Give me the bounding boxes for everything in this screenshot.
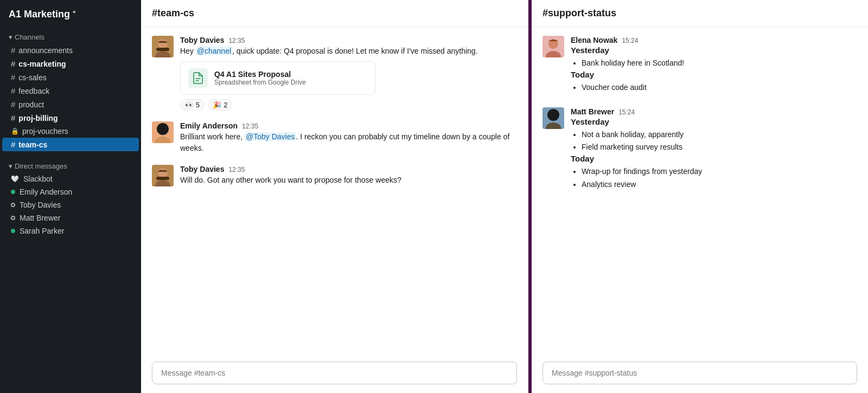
channel-name: cs-marketing (18, 60, 66, 68)
message-group: Emily Anderson12:35Brilliant work here, … (152, 121, 517, 154)
support-message-time: 15:24 (618, 108, 635, 116)
status-offline (11, 203, 15, 207)
lock-icon: 🔒 (11, 127, 19, 135)
status-list-item: Not a bank holiday, apparently (582, 128, 857, 141)
sidebar-item-proj-billing[interactable]: #proj-billing (2, 111, 139, 125)
attachment-subtitle: Spreadsheet from Google Drive (214, 79, 306, 86)
status-online (11, 229, 15, 233)
svg-point-18 (547, 109, 559, 121)
message-text: Will do. Got any other work you want to … (180, 175, 517, 186)
sidebar-item-cs-sales[interactable]: #cs-sales (2, 70, 139, 84)
mention: @Toby Davies (245, 132, 296, 141)
status-section-label: Yesterday (571, 117, 857, 126)
svg-point-9 (158, 168, 168, 178)
sidebar-item-cs-marketing[interactable]: #cs-marketing (2, 57, 139, 70)
sidebar-item-team-cs[interactable]: #team-cs (2, 138, 139, 151)
svg-rect-3 (156, 48, 169, 51)
channel-name: proj-billing (18, 114, 58, 123)
channel-name: product (18, 100, 44, 109)
main-content: #team-cs Toby Davies12:35Hey @channel, q… (141, 0, 868, 393)
sidebar-item-proj-vouchers[interactable]: 🔒proj-vouchers (2, 125, 139, 138)
dm-item-sarah-parker[interactable]: Sarah Parker (2, 224, 139, 237)
dm-name: Matt Brewer (20, 214, 60, 222)
channels-label: Channels (15, 33, 44, 41)
team-cs-header: #team-cs (141, 0, 528, 27)
status-list: Bank holiday here in Scotland! (571, 57, 857, 70)
file-attachment[interactable]: Q4 A1 Sites Proposal Spreadsheet from Go… (180, 61, 375, 95)
svg-point-1 (158, 39, 168, 49)
support-message-body: Matt Brewer15:24YesterdayNot a bank holi… (571, 107, 857, 191)
hash-icon: # (11, 100, 15, 109)
attachment-info: Q4 A1 Sites Proposal Spreadsheet from Go… (214, 70, 306, 86)
team-cs-input-area (141, 355, 528, 393)
reaction-button[interactable]: 👀5 (180, 99, 205, 111)
channels-list: #announcements#cs-marketing#cs-sales#fee… (0, 43, 141, 151)
message-text: Brilliant work here, @Toby Davies. I rec… (180, 131, 517, 154)
hash-icon: # (11, 86, 15, 95)
dm-name: Sarah Parker (20, 227, 64, 235)
workspace-label: A1 Marketing (9, 9, 70, 20)
channel-name: team-cs (18, 140, 47, 149)
dm-name: Slackbot (23, 175, 53, 183)
status-list: Voucher code audit (571, 81, 857, 94)
team-cs-messages: Toby Davies12:35Hey @channel, quick upda… (141, 27, 528, 355)
channel-name: feedback (18, 87, 49, 95)
dm-arrow: ▾ (9, 162, 12, 170)
reaction-button[interactable]: 🎉2 (208, 99, 232, 111)
status-section-label: Today (571, 154, 857, 163)
message-time: 12:35 (242, 123, 258, 130)
channels-arrow: ▾ (9, 33, 12, 41)
avatar (152, 121, 174, 143)
workspace-name[interactable]: A1 Marketing ˅ (0, 0, 141, 27)
avatar (542, 36, 564, 57)
sidebar-item-product[interactable]: #product (2, 98, 139, 111)
support-message-time: 15:24 (622, 37, 638, 44)
support-status-messages: Elena Nowak15:24YesterdayBank holiday he… (532, 27, 868, 355)
dm-item-emily-anderson[interactable]: Emily Anderson (2, 185, 139, 198)
svg-point-7 (157, 123, 169, 135)
message-group: Toby Davies12:35Hey @channel, quick upda… (152, 36, 517, 111)
dm-item-matt-brewer[interactable]: Matt Brewer (2, 211, 139, 224)
message-body: Emily Anderson12:35Brilliant work here, … (180, 121, 517, 154)
avatar (152, 36, 174, 57)
status-section-label: Yesterday (571, 46, 857, 55)
dm-item-slackbot[interactable]: 🤍Slackbot (2, 172, 139, 185)
status-online (11, 190, 15, 194)
status-list-item: Analytics review (582, 178, 857, 191)
support-message-input[interactable] (542, 362, 857, 384)
mention: @channel (196, 47, 232, 55)
message-time: 12:35 (228, 166, 245, 173)
status-list-item: Wrap-up for findings from yesterday (582, 165, 857, 178)
reaction-count: 5 (196, 101, 200, 109)
channels-section-header[interactable]: ▾ Channels (0, 27, 141, 43)
support-message-body: Elena Nowak15:24YesterdayBank holiday he… (571, 36, 857, 94)
message-body: Toby Davies12:35Hey @channel, quick upda… (180, 36, 517, 111)
dm-name: Emily Anderson (20, 188, 72, 196)
status-list-item: Field marketing survey results (582, 141, 857, 154)
reaction-emoji: 👀 (185, 101, 194, 109)
support-status-header: #support-status (532, 0, 868, 27)
sidebar-item-announcements[interactable]: #announcements (2, 43, 139, 57)
support-message-group: Elena Nowak15:24YesterdayBank holiday he… (542, 36, 857, 94)
team-cs-message-input[interactable] (152, 362, 517, 384)
dm-section-header[interactable]: ▾ Direct messages (0, 156, 141, 172)
hash-icon: # (11, 140, 15, 149)
support-status-title: #support-status (542, 8, 616, 18)
dm-label: Direct messages (15, 162, 67, 170)
support-input-area (532, 355, 868, 393)
dm-item-toby-davies[interactable]: Toby Davies (2, 198, 139, 211)
sidebar-item-feedback[interactable]: #feedback (2, 84, 139, 98)
team-cs-pane: #team-cs Toby Davies12:35Hey @channel, q… (141, 0, 528, 393)
support-message-author: Matt Brewer (571, 107, 614, 116)
reactions: 👀5🎉2 (180, 99, 517, 111)
svg-rect-11 (156, 177, 169, 180)
message-body: Toby Davies12:35Will do. Got any other w… (180, 165, 517, 186)
status-section-label: Today (571, 70, 857, 79)
sidebar: A1 Marketing ˅ ▾ Channels #announcements… (0, 0, 141, 393)
hash-icon: # (11, 113, 15, 123)
status-list: Not a bank holiday, apparentlyField mark… (571, 128, 857, 154)
support-status-pane: #support-status Elena Nowak15:24Yesterda… (532, 0, 868, 393)
message-time: 12:35 (228, 37, 245, 44)
hash-icon: # (11, 73, 15, 82)
support-message-author: Elena Nowak (571, 36, 617, 44)
